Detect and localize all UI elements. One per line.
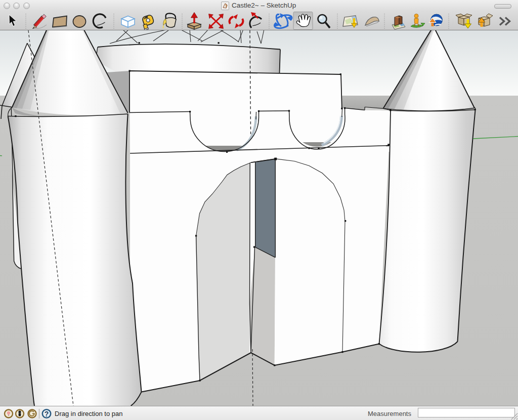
svg-text:?: ? [45, 410, 49, 418]
